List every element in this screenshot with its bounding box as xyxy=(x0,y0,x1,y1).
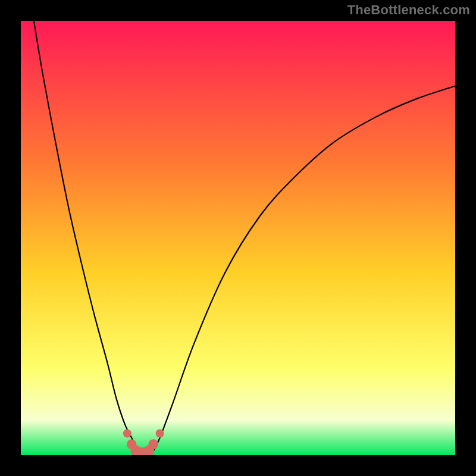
gradient-background xyxy=(21,21,455,455)
chart-frame: TheBottleneck.com xyxy=(0,0,476,476)
watermark-text: TheBottleneck.com xyxy=(347,2,470,18)
plot-svg xyxy=(21,21,455,455)
plot-area xyxy=(21,21,455,455)
valley-marker xyxy=(156,430,164,438)
valley-marker xyxy=(148,439,158,449)
valley-marker xyxy=(123,430,131,438)
